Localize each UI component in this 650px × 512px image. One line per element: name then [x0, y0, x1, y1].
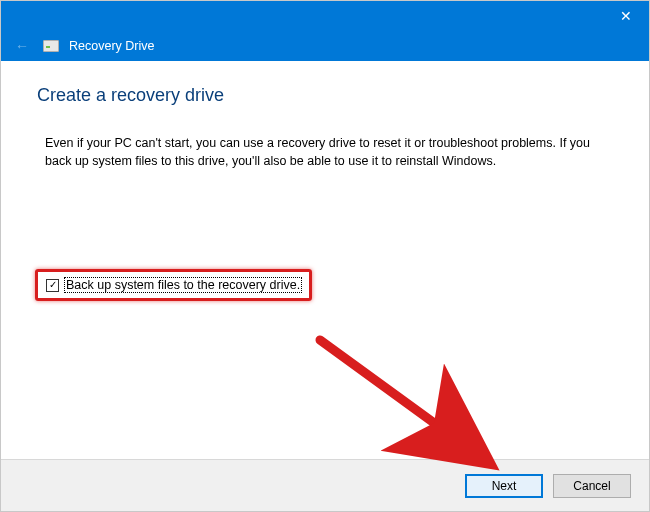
highlight-annotation: ✓ Back up system files to the recovery d… — [35, 269, 312, 301]
drive-icon — [43, 40, 59, 52]
back-arrow-icon[interactable]: ← — [15, 38, 29, 54]
next-button[interactable]: Next — [465, 474, 543, 498]
window-titlebar: ✕ — [1, 1, 649, 31]
close-button[interactable]: ✕ — [603, 1, 649, 31]
checkmark-icon: ✓ — [49, 280, 57, 290]
close-icon: ✕ — [620, 8, 632, 24]
wizard-content: Create a recovery drive Even if your PC … — [1, 61, 649, 459]
wizard-header: ← Recovery Drive — [1, 31, 649, 61]
page-description: Even if your PC can't start, you can use… — [45, 134, 595, 170]
backup-checkbox-row[interactable]: ✓ Back up system files to the recovery d… — [46, 278, 301, 292]
recovery-drive-wizard: ✕ ← Recovery Drive Create a recovery dri… — [0, 0, 650, 512]
wizard-title: Recovery Drive — [69, 39, 154, 53]
backup-checkbox-label: Back up system files to the recovery dri… — [65, 278, 301, 292]
cancel-button[interactable]: Cancel — [553, 474, 631, 498]
wizard-footer: Next Cancel — [1, 459, 649, 511]
page-heading: Create a recovery drive — [37, 85, 609, 106]
backup-checkbox[interactable]: ✓ — [46, 279, 59, 292]
